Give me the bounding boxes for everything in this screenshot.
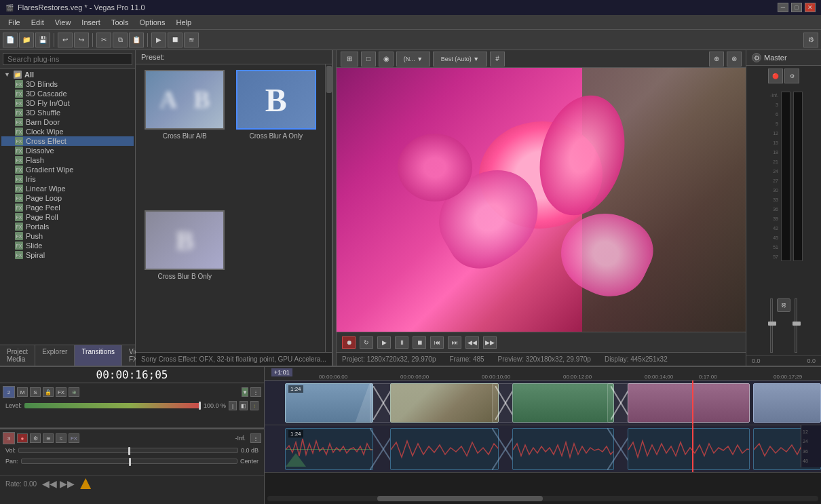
video-clip-4[interactable] — [628, 383, 750, 423]
preview-step-fwd-btn[interactable]: ⏭ — [448, 336, 461, 349]
video-clip-2[interactable] — [390, 383, 499, 423]
tree-item-3d-cascade[interactable]: FX 3D Cascade — [1, 89, 134, 98]
minimize-button[interactable]: ─ — [778, 3, 788, 12]
tree-item-cross-effect[interactable]: FX Cross Effect — [1, 136, 134, 146]
fader-thumb-left[interactable] — [768, 322, 776, 326]
video-track-lock[interactable]: 🔒 — [43, 387, 54, 397]
tb-open[interactable]: 📁 — [19, 33, 34, 47]
preview-tb-grid[interactable]: # — [490, 52, 505, 66]
preview-tb-btn-right2[interactable]: ⊗ — [727, 52, 742, 66]
tree-item-push[interactable]: FX Push — [1, 231, 134, 241]
timeline-scrollbar-thumb[interactable] — [377, 496, 543, 501]
level-slider-thumb[interactable] — [199, 402, 201, 410]
menu-options[interactable]: Options — [134, 17, 171, 28]
rate-forward-btn[interactable]: ▶▶ — [60, 478, 75, 489]
video-track-color[interactable]: ▼ — [242, 387, 248, 397]
vol-slider[interactable] — [18, 448, 238, 453]
video-track-fx[interactable]: FX — [56, 387, 66, 397]
tree-item-3d-shuffle[interactable]: FX 3D Shuffle — [1, 108, 134, 117]
preview-play-btn[interactable]: ▶ — [377, 336, 391, 349]
tree-item-portals[interactable]: FX Portals — [1, 222, 134, 231]
master-fader-right[interactable] — [795, 298, 797, 353]
tree-item-spiral[interactable]: FX Spiral — [1, 250, 134, 260]
tb-cut[interactable]: ✂ — [96, 33, 111, 47]
close-button[interactable]: ✕ — [805, 3, 816, 12]
timeline-scrollbar[interactable] — [267, 496, 818, 501]
master-btn2[interactable]: ⚙ — [784, 69, 799, 83]
tree-item-iris[interactable]: FX Iris — [1, 174, 134, 184]
tree-item-page-roll[interactable]: FX Page Roll — [1, 212, 134, 222]
menu-help[interactable]: Help — [170, 17, 197, 28]
tree-root-all[interactable]: ▼ 📁 All — [1, 70, 134, 79]
tb-undo[interactable]: ↩ — [58, 33, 73, 47]
tab-transitions[interactable]: Transitions — [75, 345, 122, 366]
preset-cross-blur-a-only[interactable]: B Cross Blur A Only — [233, 70, 320, 206]
search-input[interactable] — [3, 53, 132, 65]
video-clip-1[interactable]: 1:24 — [285, 383, 373, 423]
menu-edit[interactable]: Edit — [26, 17, 50, 28]
tree-item-barn-door[interactable]: FX Barn Door — [1, 117, 134, 127]
video-clip-3[interactable] — [512, 383, 614, 423]
menu-tools[interactable]: Tools — [106, 17, 134, 28]
video-track-composite[interactable]: ⊕ — [69, 387, 79, 397]
video-track-mute[interactable]: M — [17, 387, 28, 397]
preset-cross-blur-b-only[interactable]: B Cross Blur B Only — [141, 210, 229, 347]
tree-item-flash[interactable]: FX Flash — [1, 155, 134, 165]
tb-copy[interactable]: ⧉ — [113, 33, 128, 47]
audio-track-menu[interactable]: ⋮ — [250, 433, 261, 443]
tb-save[interactable]: 💾 — [35, 33, 50, 47]
level-slider[interactable] — [24, 403, 201, 408]
audio-clip-2[interactable] — [390, 428, 499, 470]
tb-settings[interactable]: ⚙ — [803, 33, 818, 47]
preset-scrollbar[interactable] — [325, 64, 332, 352]
preview-stop-btn[interactable]: ⏹ — [413, 336, 426, 349]
audio-clip-3[interactable] — [512, 428, 614, 470]
level-btn1[interactable]: | — [229, 401, 237, 410]
video-clip-5[interactable] — [753, 383, 821, 423]
window-controls[interactable]: ─ □ ✕ — [778, 3, 816, 12]
preview-tb-btn1[interactable]: ⊞ — [341, 52, 358, 66]
audio-track-btn4[interactable]: ≈ — [56, 433, 66, 443]
tb-new[interactable]: 📄 — [3, 33, 18, 47]
tree-item-dissolve[interactable]: FX Dissolve — [1, 146, 134, 155]
master-btn1[interactable]: 🔴 — [768, 69, 783, 83]
menu-insert[interactable]: Insert — [76, 17, 106, 28]
preview-tb-btn-right1[interactable]: ⊕ — [709, 52, 724, 66]
audio-clip-1[interactable]: 1:24 — [285, 428, 373, 470]
pan-slider[interactable] — [21, 459, 237, 464]
tb-render[interactable]: ▶ — [151, 33, 166, 47]
tb-paste[interactable]: 📋 — [129, 33, 144, 47]
tb-snap[interactable]: 🔲 — [168, 33, 183, 47]
audio-track-btn2[interactable]: ⚙ — [30, 433, 41, 443]
tab-project-media[interactable]: Project Media — [0, 345, 35, 366]
preview-tb-btn3[interactable]: ◉ — [379, 52, 394, 66]
tb-redo[interactable]: ↪ — [74, 33, 89, 47]
tree-item-linear-wipe[interactable]: FX Linear Wipe — [1, 184, 134, 193]
preview-record-btn[interactable]: ⏺ — [342, 336, 356, 349]
video-track-menu[interactable]: ⋮ — [250, 387, 261, 397]
maximize-button[interactable]: □ — [791, 3, 802, 12]
audio-track-arm[interactable]: ● — [17, 433, 28, 443]
tree-item-page-loop[interactable]: FX Page Loop — [1, 193, 134, 203]
level-btn2[interactable]: ◧ — [240, 401, 248, 410]
tree-item-gradient-wipe[interactable]: FX Gradient Wipe — [1, 165, 134, 174]
preview-pause-btn[interactable]: ⏸ — [395, 336, 408, 349]
master-power-btn[interactable]: ⚙ — [752, 53, 761, 62]
fader-thumb-right[interactable] — [793, 322, 801, 326]
preview-step-back-btn[interactable]: ⏮ — [430, 336, 444, 349]
menu-file[interactable]: File — [3, 17, 26, 28]
tree-item-3d-blinds[interactable]: FX 3D Blinds — [1, 79, 134, 89]
tree-item-page-peel[interactable]: FX Page Peel — [1, 203, 134, 212]
tree-item-3d-fly[interactable]: FX 3D Fly In/Out — [1, 98, 134, 108]
preview-loop-btn[interactable]: ↻ — [360, 336, 373, 349]
menu-view[interactable]: View — [50, 17, 77, 28]
audio-clip-4[interactable] — [628, 428, 750, 470]
preview-faster-btn[interactable]: ▶▶ — [483, 336, 497, 349]
tb-auto-ripple[interactable]: ≋ — [184, 33, 199, 47]
video-track-solo[interactable]: S — [30, 387, 41, 397]
rate-reverse-btn[interactable]: ◀◀ — [42, 478, 57, 489]
audio-track-btn3[interactable]: ≋ — [43, 433, 54, 443]
preview-zoom-btn[interactable]: (N... ▼ — [396, 52, 430, 66]
channel-link-btn[interactable]: ⛓ — [777, 298, 790, 312]
tree-item-slide[interactable]: FX Slide — [1, 241, 134, 250]
